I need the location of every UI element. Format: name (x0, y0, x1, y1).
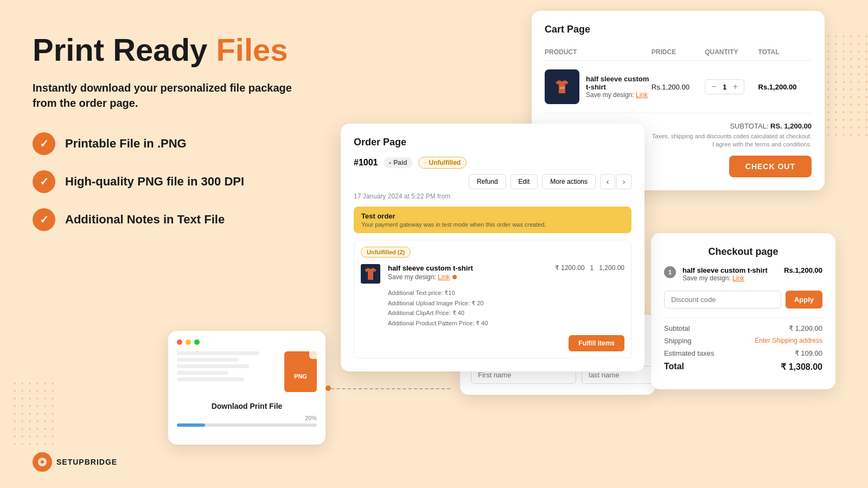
taxes-label: Estimated taxes (664, 349, 714, 357)
order-item-total: 1,200.00 (599, 264, 624, 272)
col-product: PRODUCT (545, 48, 652, 56)
feature-text-2: High-quality PNG file in 300 DPI (65, 175, 244, 189)
order-design-link[interactable]: Link (438, 273, 450, 281)
feature-item-1: Printable File in .PNG (33, 132, 336, 155)
shipping-row: Shipping Enter Shipping address (664, 337, 822, 345)
quantity-control: − 1 + (705, 79, 744, 94)
taxes-row: Estimated taxes ₹ 109.00 (664, 349, 822, 357)
progress-fill (177, 423, 205, 427)
hero-section: Print Ready Files Instantly download you… (33, 33, 336, 231)
total-label: Total (664, 362, 684, 372)
brand-logo: SETUPBRIDGE (33, 452, 117, 472)
checkout-design-link[interactable]: Link (732, 274, 744, 282)
maximize-dot (194, 339, 200, 345)
feature-item-3: Additional Notes in Text File (33, 208, 336, 231)
total-row: Total ₹ 1,308.00 (664, 362, 822, 372)
checkout-summary: Subtotal ₹ 1,200.00 Shipping Enter Shipp… (664, 317, 822, 372)
brand-name: SETUPBRIDGE (56, 458, 117, 466)
extra-price-1: Additional Text price: ₹10 (388, 288, 624, 298)
feature-text-1: Printable File in .PNG (65, 137, 187, 151)
brand-icon (33, 452, 52, 472)
extra-price-3: Additional ClipArt Price: ₹ 40 (388, 308, 624, 318)
col-price: PRIDCE (652, 48, 705, 56)
order-title: Order Page (354, 137, 631, 148)
design-link[interactable]: Link (636, 91, 648, 99)
subtotal-value: RS. 1,200.00 (770, 122, 812, 130)
download-card: PNG Downlaod Print File 20% (168, 331, 326, 445)
total-val: ₹ 1,308.00 (781, 362, 822, 372)
order-action-buttons: Refund Edit More actions ‹ › (469, 174, 631, 189)
unfulfilled-section: Unfulfilled (2) half sleeve custom t-shi… (354, 240, 631, 358)
order-date: 17 January 2024 at 5:22 PM from (354, 192, 631, 200)
svg-text:100: 100 (560, 86, 565, 89)
connector-line (326, 388, 450, 389)
order-item-price: ₹ 1200.00 (555, 264, 585, 272)
qty-decrease[interactable]: − (710, 82, 718, 92)
cart-title: Cart Page (545, 24, 812, 35)
discount-row: Apply (664, 291, 822, 309)
extra-price-2: Additional Upload Image Price: ₹ 20 (388, 298, 624, 309)
checkout-item-name: half sleeve custom t-shirt (682, 266, 777, 274)
order-id: #1001 (354, 158, 378, 168)
refund-button[interactable]: Refund (469, 174, 506, 189)
order-item-qty: 1 (590, 264, 594, 272)
checkout-qty-badge: 1 (664, 266, 676, 278)
order-tshirt-icon (361, 264, 380, 284)
unfulfilled-badge-header: Unfulfilled (418, 157, 467, 169)
cart-table-header: PRODUCT PRIDCE QUANTITY TOTAL (545, 44, 812, 61)
decorative-dots-left-bottom (11, 380, 54, 445)
file-type-label: PNG (294, 373, 307, 380)
order-card: Order Page #1001 Paid Unfulfilled Refund… (341, 124, 644, 371)
qty-value: 1 (723, 83, 726, 91)
checkout-item-info: half sleeve custom t-shirt Save my desig… (682, 266, 777, 282)
order-item-row: half sleeve custom t-shirt Save my desig… (361, 264, 624, 284)
order-extra-prices: Additional Text price: ₹10 Additional Up… (361, 288, 624, 329)
discount-input[interactable] (664, 291, 781, 309)
product-info: half sleeve custom t-shirt Save my desig… (586, 75, 652, 99)
subtotal-label: Subtotal (664, 324, 690, 332)
tshirt-icon: 100 (551, 76, 573, 98)
checkout-title: Checkout page (664, 246, 822, 258)
check-icon-3 (33, 208, 55, 231)
cart-price: Rs.1,200.00 (652, 83, 705, 91)
progress-percent: 20% (177, 415, 317, 421)
feature-text-3: Additional Notes in Text File (65, 213, 225, 227)
connector-dot (326, 386, 331, 391)
shipping-val: Enter Shipping address (755, 337, 822, 345)
order-item-thumb (361, 264, 380, 284)
order-item-name: half sleeve custom t-shirt (388, 264, 550, 272)
product-name: half sleeve custom t-shirt (586, 75, 652, 91)
prev-arrow[interactable]: ‹ (600, 174, 615, 189)
cart-product-cell: 100 half sleeve custom t-shirt Save my d… (545, 69, 652, 104)
brand-svg-icon (37, 457, 48, 467)
window-controls (177, 339, 317, 345)
checkout-item-design: Save my design: Link (682, 274, 777, 282)
nav-arrows: ‹ › (600, 174, 631, 189)
feature-item-2: High-quality PNG file in 300 DPI (33, 170, 336, 193)
check-icon-2 (33, 170, 55, 193)
more-actions-button[interactable]: More actions (542, 174, 596, 189)
link-dot (452, 275, 457, 279)
next-arrow[interactable]: › (616, 174, 631, 189)
checkout-button[interactable]: CHECK OUT (729, 156, 812, 177)
product-thumbnail: 100 (545, 69, 579, 104)
apply-button[interactable]: Apply (786, 291, 822, 309)
save-design: Save my design: Link (586, 91, 652, 99)
subtotal-row: Subtotal ₹ 1,200.00 (664, 324, 822, 332)
main-title: Print Ready Files (33, 33, 336, 67)
order-header-row: #1001 Paid Unfulfilled Refund Edit More … (354, 157, 631, 189)
col-quantity: QUANTITY (705, 48, 758, 56)
paid-badge: Paid (384, 157, 413, 168)
col-total: TOTAL (758, 48, 812, 56)
edit-button[interactable]: Edit (510, 174, 538, 189)
order-item-details: half sleeve custom t-shirt Save my desig… (388, 264, 550, 281)
extra-price-4: Additional Product Pattern Price: ₹ 40 (388, 318, 624, 329)
qty-increase[interactable]: + (731, 82, 739, 92)
test-order-title: Test order (361, 212, 624, 220)
fulfill-button[interactable]: Fulfill items (569, 335, 624, 351)
close-dot (177, 339, 182, 345)
minimize-dot (186, 339, 191, 345)
progress-bar (177, 423, 317, 427)
checkout-card: Checkout page 1 half sleeve custom t-shi… (651, 233, 835, 389)
checkout-item-row: 1 half sleeve custom t-shirt Save my des… (664, 266, 822, 282)
